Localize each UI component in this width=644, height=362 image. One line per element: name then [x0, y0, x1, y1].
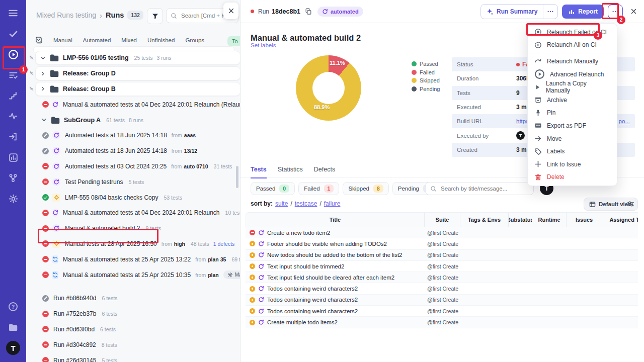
run-row[interactable]: Automated tests at 03 Oct 2024 20:25 fro…: [28, 159, 240, 174]
column-settings-icon[interactable]: [627, 200, 634, 208]
sidebar-item-login[interactable]: [6, 130, 20, 144]
close-icon[interactable]: [630, 8, 637, 15]
column-header-substatus[interactable]: Substatus: [509, 213, 532, 227]
legend-item-pending[interactable]: Pending: [412, 86, 440, 92]
group-row[interactable]: Release: Group B: [28, 81, 240, 97]
run-row[interactable]: Test Pending testruns 5 tests: [28, 174, 240, 190]
menu-item-delete[interactable]: Delete: [528, 171, 617, 184]
run-defects-link[interactable]: 1 defects: [213, 241, 235, 247]
run-summary-button[interactable]: Run Summary: [480, 4, 558, 19]
report-button[interactable]: Report: [562, 5, 604, 19]
scrollbar[interactable]: [236, 166, 238, 188]
tests-search-input[interactable]: [440, 185, 529, 192]
filter-pill-passed[interactable]: Passed 0: [251, 182, 295, 195]
menu-item-pin[interactable]: Pin: [528, 107, 617, 120]
runs-tab-automated[interactable]: Automated: [83, 37, 111, 43]
column-header-issues[interactable]: Issues: [567, 213, 602, 227]
run-row[interactable]: Run #752eb37b 6 tests: [28, 306, 240, 322]
run-row[interactable]: Run #0d63f0bd 6 tests: [28, 322, 240, 337]
sort-link-testcase[interactable]: testcase: [295, 200, 317, 207]
sidebar-item-help[interactable]: ?: [6, 300, 20, 314]
run-row[interactable]: Manual & automated tests at 25 Apr 2025 …: [28, 251, 240, 267]
menu-item-export-as-pdf[interactable]: PDF Export as PDF: [528, 119, 617, 132]
column-header-suite[interactable]: Suite: [425, 213, 460, 227]
run-row[interactable]: Automated tests at 18 Jun 2025 14:18 fro…: [28, 143, 240, 159]
table-row[interactable]: Text input field should be cleared after…: [246, 272, 638, 283]
today-filter-pill[interactable]: To: [227, 36, 240, 46]
run-row[interactable]: Run #d304c892 8 tests: [28, 337, 240, 352]
runs-tab-unfinished[interactable]: Unfinished: [147, 37, 175, 43]
sidebar-item-bar-chart[interactable]: [6, 150, 20, 164]
legend-item-skipped[interactable]: Skipped: [412, 77, 440, 83]
filter-pill-failed[interactable]: Failed 1: [298, 182, 339, 195]
table-row[interactable]: Footer should be visible when adding TOD…: [246, 238, 638, 249]
workspace-avatar[interactable]: T: [6, 341, 20, 355]
group-row[interactable]: Release: Group D: [28, 66, 240, 81]
table-row[interactable]: New todos should be added to the bottom …: [246, 250, 638, 261]
table-row[interactable]: Todos containing weird characters2 @firs…: [246, 283, 638, 294]
menu-item-labels[interactable]: Labels: [528, 145, 617, 158]
sort-link-suite[interactable]: suite: [275, 200, 288, 207]
menu-item-relaunch-manually[interactable]: Relaunch Manually: [528, 55, 617, 68]
copy-icon[interactable]: [305, 8, 312, 15]
column-header-tags-envs[interactable]: Tags & Envs: [460, 213, 509, 227]
run-summary-more-button[interactable]: [543, 5, 557, 19]
sidebar-item-play-circle[interactable]: [6, 47, 20, 61]
run-row[interactable]: Manual & automated tests at 04 Dec 2024 …: [28, 97, 240, 112]
panel-close-button[interactable]: [223, 3, 238, 19]
table-row[interactable]: Text input should be trimmed2 @first Cre…: [246, 261, 638, 272]
filter-pill-skipped[interactable]: Skipped 8: [343, 182, 388, 195]
sidebar-item-menu[interactable]: [6, 6, 20, 20]
runs-tab-groups[interactable]: Groups: [185, 37, 204, 43]
runs-tab-mixed[interactable]: Mixed: [121, 37, 137, 43]
table-row[interactable]: Create a new todo item2 @first Create ..…: [246, 227, 638, 238]
set-labels-link[interactable]: Set labels: [251, 42, 276, 49]
legend-item-passed[interactable]: Passed: [412, 61, 440, 67]
run-row[interactable]: Manual & automated build 2 9 tests: [28, 221, 240, 236]
run-actions-menu-button[interactable]: [608, 5, 623, 19]
run-row[interactable]: Automated tests at 18 Jun 2025 14:18 fro…: [28, 128, 240, 143]
group-row[interactable]: LMP-556 01/05 testing 25 tests 3 runs: [28, 50, 240, 66]
run-type-badge: automated: [317, 7, 363, 17]
sidebar-item-check[interactable]: [6, 27, 20, 41]
runs-tab-manual[interactable]: Manual: [53, 37, 72, 43]
sidebar-item-folder[interactable]: [6, 320, 20, 334]
legend-item-failed[interactable]: Failed: [412, 69, 440, 75]
sidebar-item-gear[interactable]: [6, 192, 20, 206]
run-row[interactable]: Manual & automated tests at 04 Dec 2024 …: [28, 205, 240, 221]
table-row[interactable]: Create multiple todo items2 @first Creat…: [246, 317, 638, 328]
run-row[interactable]: Manual tests at 28 Apr 2025 16:50 fromhi…: [28, 236, 240, 252]
column-header-title[interactable]: Title: [246, 213, 425, 227]
sort-link-failure[interactable]: failure: [324, 200, 341, 207]
menu-item-advanced-relaunch[interactable]: Advanced Relaunch: [528, 68, 617, 81]
archive-icon: [534, 96, 542, 104]
sidebar-item-git-branch[interactable]: [6, 171, 20, 185]
menu-item-relaunch-failed-on-ci[interactable]: Relaunch Failed on CI: [528, 26, 617, 39]
redo-icon: [534, 57, 542, 65]
run-row[interactable]: LMP-555 08/04 basic checks Copy 53 tests: [28, 190, 240, 205]
breadcrumb-project[interactable]: Mixed Runs testing: [36, 11, 96, 19]
sidebar-item-list-check[interactable]: [6, 68, 20, 82]
menu-item-move[interactable]: Move: [528, 132, 617, 145]
multiselect-icon[interactable]: [35, 36, 43, 44]
subgroup-row[interactable]: SubGroup A 61 tests 8 runs: [28, 112, 240, 128]
run-row[interactable]: Run #b86b940d 6 tests: [28, 291, 240, 306]
menu-item-relaunch-all-on-ci[interactable]: Relaunch All on CI: [528, 39, 617, 52]
column-header-runtime[interactable]: Runtime: [532, 213, 567, 227]
sidebar-item-steps[interactable]: [6, 88, 20, 103]
menu-item-launch-a-copy-manually[interactable]: Launch a Copy Manually: [528, 80, 617, 94]
menu-item-link-to-issue[interactable]: Link to Issue: [528, 158, 617, 171]
filter-button[interactable]: [147, 8, 163, 24]
column-header-assigned-to[interactable]: Assigned To: [602, 213, 638, 227]
build-url-link-end[interactable]: po...: [619, 118, 630, 124]
menu-item-archive[interactable]: Archive: [528, 94, 617, 107]
breadcrumb-section[interactable]: Runs: [106, 11, 124, 19]
sidebar-item-pulse[interactable]: [6, 109, 20, 123]
run-tests-count: 48 tests: [191, 241, 209, 247]
table-row[interactable]: Todos containing weird characters2 @firs…: [246, 295, 638, 306]
tests-search[interactable]: [425, 182, 534, 195]
run-row[interactable]: Run #26d30145 5 tests: [28, 352, 240, 362]
table-row[interactable]: Todos containing weird characters2 @firs…: [246, 306, 638, 317]
run-row[interactable]: Manual & automated tests at 25 Apr 2025 …: [28, 267, 240, 283]
runs-filter-tabs: ManualAutomatedMixedUnfinishedGroups: [35, 36, 204, 44]
